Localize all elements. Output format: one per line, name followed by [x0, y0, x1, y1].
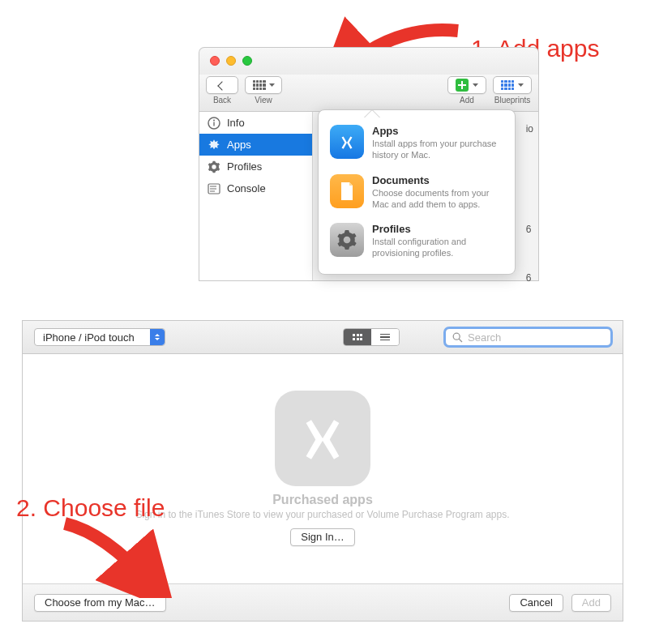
- peek-row: 6: [526, 272, 533, 332]
- blueprints-button[interactable]: [493, 76, 532, 94]
- search-input[interactable]: [468, 331, 604, 344]
- zoom-button[interactable]: [242, 56, 252, 66]
- sidebar-item-label: Apps: [227, 139, 251, 151]
- add-button[interactable]: Add: [571, 594, 611, 612]
- view-group: View: [245, 76, 282, 105]
- svg-point-1: [213, 119, 215, 121]
- sign-in-button[interactable]: Sign In…: [290, 528, 354, 546]
- annotation-step2: 2. Choose file: [16, 494, 165, 522]
- add-label: Add: [460, 96, 474, 105]
- popover-item-desc: Choose documents from your Mac and add t…: [372, 187, 503, 211]
- empty-title: Purchased apps: [272, 493, 373, 507]
- console-icon: [208, 182, 220, 195]
- search-icon: [452, 332, 463, 343]
- popover-item-desc: Install configuration and provisioning p…: [372, 236, 503, 259]
- close-button[interactable]: [210, 56, 220, 66]
- back-group: Back: [206, 76, 238, 105]
- grid-icon: [353, 334, 362, 340]
- minimize-button[interactable]: [226, 56, 236, 66]
- traffic-lights: [210, 56, 252, 66]
- list-icon: [380, 334, 390, 341]
- arrow-icon: [57, 517, 203, 598]
- document-icon: [330, 174, 364, 208]
- popover-item-apps[interactable]: Apps Install apps from your purchase his…: [330, 118, 503, 168]
- sidebar-item-apps[interactable]: Apps: [199, 134, 312, 156]
- grid-icon: [253, 80, 266, 90]
- popover-item-title: Profiles: [372, 223, 503, 235]
- sidebar-item-info[interactable]: Info: [199, 112, 312, 134]
- sidebar-item-label: Profiles: [227, 160, 262, 173]
- apps-icon: [330, 125, 364, 159]
- view-button[interactable]: [245, 76, 282, 94]
- peek-row: 6: [526, 224, 533, 272]
- plus-icon: [456, 79, 469, 92]
- content-peek: io 6 6: [526, 123, 533, 332]
- svg-point-4: [453, 333, 460, 340]
- device-selector-label: iPhone / iPod touch: [43, 331, 135, 344]
- appstore-placeholder-icon: [275, 391, 370, 486]
- popover-item-profiles[interactable]: Profiles Install configuration and provi…: [330, 216, 503, 266]
- svg-line-5: [459, 339, 462, 342]
- apps-icon: [208, 139, 220, 152]
- sidebar: Info Apps Profiles Console: [199, 112, 313, 280]
- svg-rect-2: [213, 122, 214, 126]
- chevron-left-icon: [219, 79, 225, 92]
- gear-icon: [330, 223, 364, 257]
- blueprint-grid-icon: [501, 80, 514, 90]
- device-selector[interactable]: iPhone / iPod touch: [34, 328, 165, 346]
- sidebar-item-label: Info: [227, 117, 245, 129]
- info-icon: [208, 117, 220, 130]
- add-group: Add: [447, 76, 486, 105]
- cancel-button[interactable]: Cancel: [509, 594, 563, 612]
- sidebar-item-profiles[interactable]: Profiles: [199, 156, 312, 177]
- view-segmented: [343, 328, 400, 346]
- view-label: View: [255, 96, 272, 105]
- popover-item-title: Documents: [372, 174, 503, 186]
- back-button[interactable]: [206, 76, 238, 94]
- chevron-down-icon: [518, 83, 524, 88]
- blueprints-group: Blueprints: [493, 76, 532, 105]
- gear-icon: [208, 160, 220, 173]
- popover-item-documents[interactable]: Documents Choose documents from your Mac…: [330, 168, 503, 217]
- add-button[interactable]: [447, 76, 486, 94]
- back-label: Back: [213, 96, 231, 105]
- peek-row: io: [526, 123, 533, 135]
- sidebar-item-console[interactable]: Console: [199, 177, 312, 199]
- titlebar: [199, 47, 539, 75]
- blueprints-label: Blueprints: [494, 96, 530, 105]
- chevron-down-icon: [473, 83, 478, 88]
- grid-view-button[interactable]: [344, 329, 371, 345]
- popover-item-desc: Install apps from your purchase history …: [372, 138, 503, 161]
- chevron-down-icon: [269, 83, 275, 88]
- add-popover: Apps Install apps from your purchase his…: [318, 109, 516, 275]
- popover-item-title: Apps: [372, 125, 503, 137]
- sidebar-item-label: Console: [227, 182, 266, 194]
- list-view-button[interactable]: [371, 329, 399, 345]
- popup-arrows-icon: [150, 329, 165, 345]
